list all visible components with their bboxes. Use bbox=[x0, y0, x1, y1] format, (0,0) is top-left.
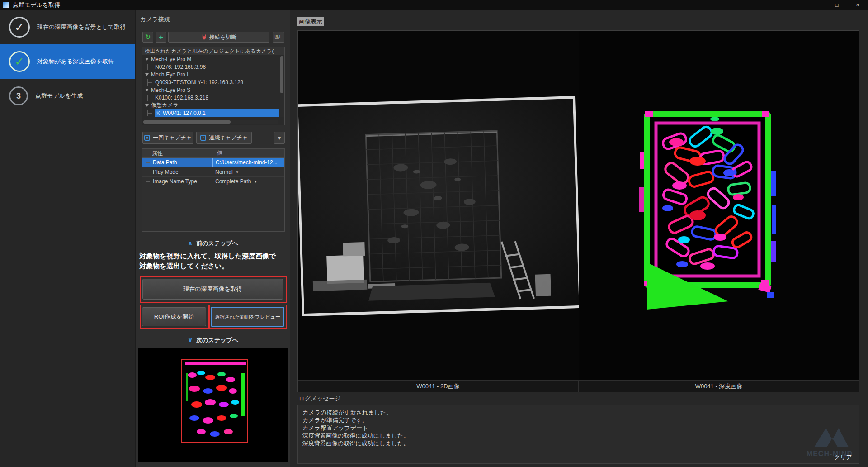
camera-tree: 検出されたカメラと現在のプロジェクトにあるカメラ( Mech-Eye Pro M… bbox=[142, 47, 285, 125]
log-line: 深度背景画像の取得に成功にしました。 bbox=[302, 439, 854, 447]
image-name-type-select[interactable]: Complete Path ▼ bbox=[212, 177, 284, 186]
camera-tree-header: 検出されたカメラと現在のプロジェクトにあるカメラ( bbox=[142, 47, 284, 55]
log-line: カメラの接続が更新されました。 bbox=[302, 409, 854, 416]
chevron-up-icon: ∧ bbox=[188, 239, 193, 247]
step-3-number: 3 bbox=[9, 86, 28, 105]
plus-icon: ＋ bbox=[158, 33, 165, 42]
disconnect-plug-icon bbox=[201, 34, 207, 40]
camera-panel: カメラ接続 ↻ ＋ 接続を切断 匹E 検出されたカメラと現在のプロジェクトにある… bbox=[136, 10, 290, 467]
app-icon bbox=[3, 2, 9, 8]
tree-connector bbox=[147, 64, 153, 70]
refresh-icon: ↻ bbox=[145, 33, 151, 41]
depth-image-canvas[interactable] bbox=[579, 31, 859, 380]
prop-row-image-name-type[interactable]: Image Name Type Complete Path ▼ bbox=[142, 177, 284, 186]
clear-log-button[interactable]: クリア bbox=[834, 453, 852, 462]
camera-status-icon bbox=[156, 111, 160, 115]
camera-group-mech-eye-pro-l[interactable]: Mech-Eye Pro L bbox=[142, 71, 284, 78]
preview-selection-button[interactable]: 選択された範囲をプレビュー bbox=[211, 307, 284, 327]
chevron-down-icon: ∨ bbox=[188, 336, 193, 343]
tree-vertical-scrollbar[interactable] bbox=[280, 56, 284, 117]
tree-connector bbox=[146, 168, 151, 176]
step-1-acquire-background[interactable]: ✓ 現在の深度画像を背景として取得 bbox=[0, 10, 135, 44]
minimize-button[interactable]: – bbox=[806, 0, 826, 10]
capture-once-button[interactable]: 一回キャプチャ bbox=[142, 132, 193, 144]
capture-continuous-button[interactable]: 連続キャプチャ bbox=[196, 132, 252, 144]
play-mode-select[interactable]: Normal ▼ bbox=[212, 167, 284, 177]
capture-continuous-icon bbox=[200, 135, 206, 141]
camera-group-mech-eye-pro-s[interactable]: Mech-Eye Pro S bbox=[142, 86, 284, 94]
log-line: カメラ配置アップデート bbox=[302, 424, 854, 432]
tree-connector bbox=[146, 159, 151, 166]
log-panel-title: ログメッセージ bbox=[299, 395, 341, 403]
property-table: 属性 値 Data Path C:/Users/mech-mind-12... … bbox=[142, 148, 285, 232]
step-2-acquire-object-depth[interactable]: ✓ 対象物がある深度画像を取得 bbox=[0, 44, 135, 79]
camera-section-title: カメラ接続 bbox=[140, 15, 170, 24]
add-virtual-camera-button[interactable]: ＋ bbox=[156, 32, 166, 43]
wizard-sidebar: ✓ 現在の深度画像を背景として取得 ✓ 対象物がある深度画像を取得 3 点群モデ… bbox=[0, 10, 136, 467]
expand-icon[interactable] bbox=[145, 104, 149, 107]
expand-icon[interactable] bbox=[145, 58, 149, 61]
mechmind-watermark: MECH-MIND bbox=[798, 424, 861, 458]
disconnect-button[interactable]: 接続を切断 bbox=[168, 32, 269, 43]
combo-arrow-icon: ▼ bbox=[254, 177, 257, 186]
step-1-label: 現在の深度画像を背景として取得 bbox=[37, 23, 126, 31]
acquire-depth-image-button[interactable]: 現在の深度画像を取得 bbox=[142, 279, 283, 300]
capture-options-dropdown[interactable]: ▾ bbox=[274, 132, 285, 144]
caption-2d-image: W0041 - 2D画像 bbox=[298, 381, 578, 392]
combo-arrow-icon: ▼ bbox=[236, 168, 239, 176]
mechmind-logo bbox=[809, 424, 850, 449]
camera-toolbar: ↻ ＋ 接続を切断 匹E bbox=[136, 31, 290, 43]
ip-config-button[interactable]: 匹E bbox=[273, 32, 284, 43]
start-roi-button[interactable]: ROI作成を開始 bbox=[142, 307, 206, 326]
expand-icon[interactable] bbox=[145, 73, 149, 76]
camera-item-w0041-selected[interactable]: W0041: 127.0.0.1 bbox=[142, 109, 284, 117]
tree-connector bbox=[147, 110, 153, 116]
log-line: カメラが準備完了です。 bbox=[302, 416, 854, 424]
instruction-text: 対象物を視野に入れて、取得した深度画像で 対象物を選出してください。 bbox=[139, 251, 288, 271]
camera-item-n0276[interactable]: N0276: 192.168.3.96 bbox=[142, 63, 284, 71]
refresh-cameras-button[interactable]: ↻ bbox=[142, 32, 153, 43]
window-title: 点群モデルを取得 bbox=[13, 1, 60, 9]
previous-step-link[interactable]: ∧前のステップへ bbox=[136, 239, 290, 248]
prop-row-play-mode[interactable]: Play Mode Normal ▼ bbox=[142, 167, 284, 177]
capture-toolbar: 一回キャプチャ 連続キャプチャ ▾ bbox=[136, 132, 290, 144]
expand-icon[interactable] bbox=[145, 89, 149, 91]
disconnect-label: 接続を切断 bbox=[209, 33, 236, 41]
capture-once-icon bbox=[144, 135, 150, 141]
maximize-button[interactable]: □ bbox=[826, 0, 847, 10]
image-viewer: W0041 - 2D画像 W0041 - 深度画像 bbox=[297, 30, 859, 392]
property-table-header: 属性 値 bbox=[142, 149, 284, 158]
step-3-generate-model[interactable]: 3 点群モデルを生成 bbox=[0, 79, 135, 113]
image-captions: W0041 - 2D画像 W0041 - 深度画像 bbox=[298, 380, 859, 392]
camera-item-k0100[interactable]: K0100: 192.168.3.218 bbox=[142, 94, 284, 101]
step-3-label: 点群モデルを生成 bbox=[35, 92, 83, 100]
camera-item-q0093[interactable]: Q0093-TESTONLY-1: 192.168.3.128 bbox=[142, 78, 284, 86]
dropdown-icon: ▾ bbox=[278, 135, 281, 141]
log-message-box[interactable]: カメラの接続が更新されました。 カメラが準備完了です。 カメラ配置アップデート … bbox=[297, 405, 859, 464]
caption-depth-image: W0041 - 深度画像 bbox=[578, 381, 859, 392]
attr-column-header: 属性 bbox=[142, 149, 213, 158]
camera-group-virtual[interactable]: 仮想カメラ bbox=[142, 101, 284, 109]
tree-connector bbox=[147, 79, 153, 86]
prop-row-data-path[interactable]: Data Path C:/Users/mech-mind-12... bbox=[142, 158, 284, 167]
roi-thumbnail-image bbox=[138, 348, 288, 462]
log-line: 深度背景画像の取得に成功にしました。 bbox=[302, 432, 854, 439]
app-window: 点群モデルを取得 – □ × ✓ 現在の深度画像を背景として取得 ✓ 対象物があ… bbox=[0, 0, 868, 467]
tree-connector bbox=[146, 178, 151, 185]
step-2-check-icon: ✓ bbox=[9, 51, 30, 72]
camera-group-mech-eye-pro-m[interactable]: Mech-Eye Pro M bbox=[142, 55, 284, 63]
step-1-check-icon: ✓ bbox=[9, 17, 30, 38]
tree-horizontal-scrollbar[interactable] bbox=[143, 120, 278, 124]
title-bar: 点群モデルを取得 – □ × bbox=[0, 0, 868, 10]
tree-connector bbox=[147, 95, 153, 101]
roi-thumbnail-preview bbox=[138, 348, 288, 462]
2d-image-canvas[interactable] bbox=[298, 31, 579, 380]
value-column-header: 値 bbox=[213, 149, 284, 157]
step-2-label: 対象物がある深度画像を取得 bbox=[37, 57, 114, 66]
tab-image-display[interactable]: 画像表示 bbox=[297, 17, 324, 26]
next-step-link[interactable]: ∨次のステップへ bbox=[136, 336, 290, 344]
close-button[interactable]: × bbox=[847, 0, 868, 10]
